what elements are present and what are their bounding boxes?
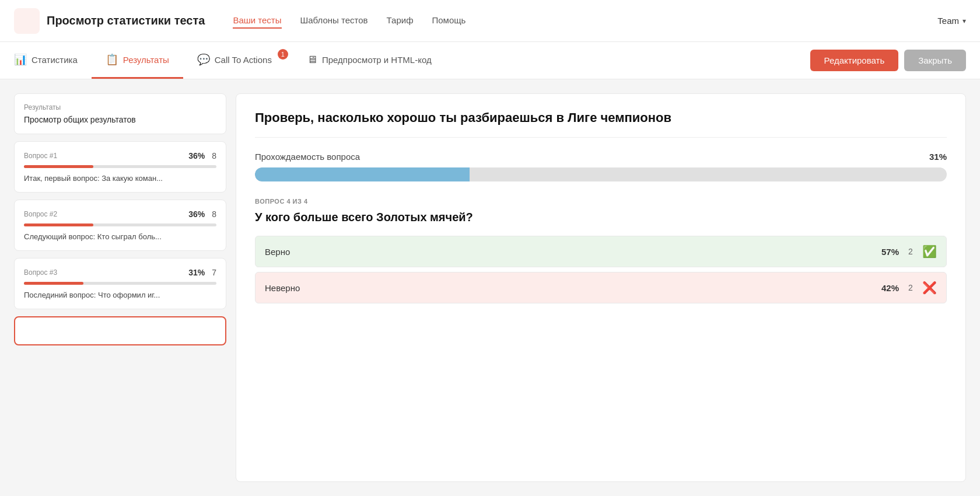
sidebar-q1-progress-bg — [24, 165, 216, 168]
sidebar-q2-text: Следующий вопрос: Кто сыграл боль... — [24, 232, 216, 241]
main-nav: Ваши тесты Шаблоны тестов Тариф Помощь — [233, 13, 937, 29]
quiz-title: Проверь, насколько хорошо ты разбираешьс… — [255, 110, 947, 138]
tab-results-label: Результаты — [123, 55, 169, 65]
user-label: Team — [937, 16, 959, 26]
answer-correct-stats: 57% 2 ✅ — [866, 236, 946, 267]
answer-incorrect-label: Неверно — [256, 275, 866, 301]
sidebar-q2-header: Вопрос #2 36% 8 — [24, 209, 216, 219]
sidebar-question-1[interactable]: Вопрос #1 36% 8 Итак, первый вопрос: За … — [14, 141, 226, 193]
preview-icon: 🖥 — [307, 54, 317, 66]
tab-preview[interactable]: 🖥 Предпросмотр и HTML-код — [293, 42, 446, 79]
sidebar-q3-pct: 31% — [188, 268, 205, 277]
tab-statistics-label: Статистика — [32, 55, 78, 65]
chevron-down-icon: ▾ — [963, 17, 966, 25]
svg-rect-0 — [14, 8, 40, 34]
sidebar-q3-header: Вопрос #3 31% 7 — [24, 268, 216, 277]
sidebar-q3-progress-fill — [24, 282, 83, 285]
sidebar-q2-progress-fill — [24, 223, 93, 226]
sidebar-q1-stats: 36% 8 — [188, 151, 216, 160]
answer-incorrect-count: 2 — [906, 283, 915, 292]
sidebar-results-title: Просмотр общих результатов — [24, 115, 216, 124]
tab-statistics[interactable]: 📊 Статистика — [14, 42, 92, 79]
logo-icon: 🧠 — [14, 8, 40, 34]
cta-badge: 1 — [278, 49, 288, 60]
answer-correct-label: Верно — [256, 239, 866, 265]
sidebar: Результаты Просмотр общих результатов Во… — [14, 93, 236, 482]
cta-icon: 💬 — [197, 53, 210, 66]
answer-correct-pct: 57% — [876, 247, 899, 257]
sidebar-question-2[interactable]: Вопрос #2 36% 8 Следующий вопрос: Кто сы… — [14, 200, 226, 251]
sidebar-q1-progress-fill — [24, 165, 93, 168]
sidebar-question-3[interactable]: Вопрос #3 31% 7 Послединий вопрос: Что о… — [14, 258, 226, 309]
sidebar-results-card[interactable]: Результаты Просмотр общих результатов — [14, 93, 226, 134]
sidebar-q3-count: 7 — [212, 268, 216, 277]
sidebar-results-label: Результаты — [24, 103, 216, 111]
sidebar-q3-text: Послединий вопрос: Что оформил иг... — [24, 291, 216, 299]
sidebar-q1-pct: 36% — [188, 151, 205, 160]
incorrect-icon: ❌ — [922, 281, 937, 295]
nav-item-templates[interactable]: Шаблоны тестов — [300, 13, 368, 29]
header: 🧠 Просмотр статистики теста Ваши тесты Ш… — [0, 0, 980, 42]
close-button[interactable]: Закрыть — [904, 50, 966, 71]
results-icon: 📋 — [106, 53, 118, 66]
page-title: Просмотр статистики теста — [47, 14, 205, 27]
sidebar-q3-label: Вопрос #3 — [24, 268, 57, 277]
content-area: Проверь, насколько хорошо ты разбираешьс… — [236, 93, 966, 482]
sidebar-q1-count: 8 — [212, 151, 216, 160]
answer-incorrect-pct: 42% — [876, 283, 899, 293]
question-section: ВОПРОС 4 ИЗ 4 У кого больше всего Золоты… — [255, 198, 947, 303]
answer-row-incorrect[interactable]: Неверно 42% 2 ❌ — [255, 272, 947, 303]
answer-incorrect-stats: 42% 2 ❌ — [866, 273, 946, 303]
sidebar-q3-progress-bg — [24, 282, 216, 285]
sidebar-q1-label: Вопрос #1 — [24, 152, 57, 160]
sidebar-q2-progress-bg — [24, 223, 216, 226]
sidebar-question-4[interactable] — [14, 316, 226, 345]
sidebar-q2-pct: 36% — [188, 209, 205, 219]
sidebar-q1-text: Итак, первый вопрос: За какую коман... — [24, 174, 216, 183]
tab-bar: 📊 Статистика 📋 Результаты 💬 Call To Acti… — [0, 42, 980, 79]
tab-cta-label: Call To Actions — [215, 55, 272, 65]
sidebar-q2-label: Вопрос #2 — [24, 210, 57, 218]
logo-area: 🧠 Просмотр статистики теста — [14, 8, 205, 34]
question-meta: ВОПРОС 4 ИЗ 4 — [255, 198, 947, 205]
answer-row-correct[interactable]: Верно 57% 2 ✅ — [255, 236, 947, 267]
nav-item-your-tests[interactable]: Ваши тесты — [233, 13, 281, 29]
main-content: Результаты Просмотр общих результатов Во… — [0, 79, 980, 496]
big-progress-fill — [255, 167, 470, 181]
sidebar-q2-stats: 36% 8 — [188, 209, 216, 219]
sidebar-q3-stats: 31% 7 — [188, 268, 216, 277]
statistics-icon: 📊 — [14, 53, 27, 66]
progress-label: Прохождаемость вопроса — [255, 152, 360, 162]
user-menu[interactable]: Team ▾ — [937, 16, 966, 26]
progress-section: Прохождаемость вопроса 31% — [255, 152, 947, 181]
edit-button[interactable]: Редактировать — [810, 50, 899, 71]
big-progress-bg — [255, 167, 947, 181]
question-title: У кого больше всего Золотых мячей? — [255, 211, 947, 224]
progress-pct: 31% — [929, 152, 947, 162]
tab-results[interactable]: 📋 Результаты — [92, 42, 183, 79]
correct-icon: ✅ — [922, 244, 937, 259]
sidebar-q2-count: 8 — [212, 209, 216, 219]
sidebar-q1-header: Вопрос #1 36% 8 — [24, 151, 216, 160]
tab-cta[interactable]: 💬 Call To Actions 1 — [183, 42, 293, 79]
nav-item-help[interactable]: Помощь — [432, 13, 466, 29]
answer-correct-count: 2 — [906, 247, 915, 256]
tab-preview-label: Предпросмотр и HTML-код — [322, 55, 432, 65]
nav-item-tariff[interactable]: Тариф — [387, 13, 414, 29]
progress-header: Прохождаемость вопроса 31% — [255, 152, 947, 162]
